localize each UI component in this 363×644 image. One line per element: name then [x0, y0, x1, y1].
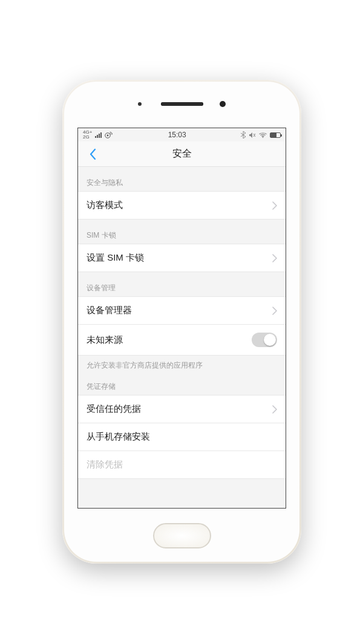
row-label: 设置 SIM 卡锁: [87, 252, 144, 264]
nav-header: 安全: [78, 141, 286, 167]
row-sim-lock[interactable]: 设置 SIM 卡锁: [78, 244, 286, 272]
row-install-from-storage[interactable]: 从手机存储安装: [78, 423, 286, 451]
mute-icon: [249, 132, 256, 138]
svg-point-2: [263, 137, 264, 138]
home-button[interactable]: [153, 523, 211, 548]
phone-body: 4G+ 2G 15:03: [64, 82, 299, 562]
signal-bars-icon: [95, 132, 102, 138]
proximity-sensor: [138, 102, 142, 106]
section-label-privacy: 安全与隐私: [78, 167, 286, 192]
chevron-right-icon: [272, 254, 277, 262]
wifi-icon: [259, 132, 267, 138]
unknown-sources-description: 允许安装非官方商店提供的应用程序: [78, 356, 286, 371]
row-trusted-credentials[interactable]: 受信任的凭据: [78, 395, 286, 423]
row-label: 未知来源: [87, 334, 123, 346]
section-label-device: 设备管理: [78, 272, 286, 297]
row-guest-mode[interactable]: 访客模式: [78, 191, 286, 220]
svg-point-1: [107, 135, 109, 137]
section-label-sim: SIM 卡锁: [78, 220, 286, 244]
row-label: 从手机存储安装: [87, 431, 150, 443]
screen: 4G+ 2G 15:03: [77, 128, 286, 509]
chevron-right-icon: [272, 201, 277, 210]
section-label-cred: 凭证存储: [78, 371, 286, 395]
chevron-left-icon: [89, 148, 96, 160]
toggle-knob: [264, 334, 276, 346]
row-device-admin[interactable]: 设备管理器: [78, 296, 286, 325]
chevron-right-icon: [272, 405, 277, 414]
row-label: 清除凭据: [87, 459, 123, 470]
clock: 15:03: [168, 131, 186, 139]
front-camera: [220, 101, 226, 107]
back-button[interactable]: [83, 141, 102, 166]
page-title: 安全: [172, 148, 192, 160]
battery-icon: [270, 132, 281, 138]
sensor-bar: [64, 95, 299, 113]
row-label: 设备管理器: [87, 305, 132, 316]
phone-frame: 4G+ 2G 15:03: [62, 80, 301, 564]
unknown-sources-toggle[interactable]: [252, 333, 277, 347]
weibo-icon: [105, 131, 113, 138]
row-label: 受信任的凭据: [87, 403, 141, 415]
earpiece-speaker: [161, 102, 203, 106]
settings-list[interactable]: 安全与隐私 访客模式 SIM 卡锁 设置 SIM 卡锁 设备管理 设备管理: [78, 167, 286, 508]
chevron-right-icon: [272, 307, 277, 315]
row-label: 访客模式: [87, 200, 123, 211]
bluetooth-icon: [241, 131, 246, 138]
network-label: 4G+ 2G: [83, 130, 92, 140]
row-unknown-sources[interactable]: 未知来源: [78, 324, 286, 356]
row-clear-credentials: 清除凭据: [78, 450, 286, 479]
status-bar: 4G+ 2G 15:03: [78, 128, 286, 141]
